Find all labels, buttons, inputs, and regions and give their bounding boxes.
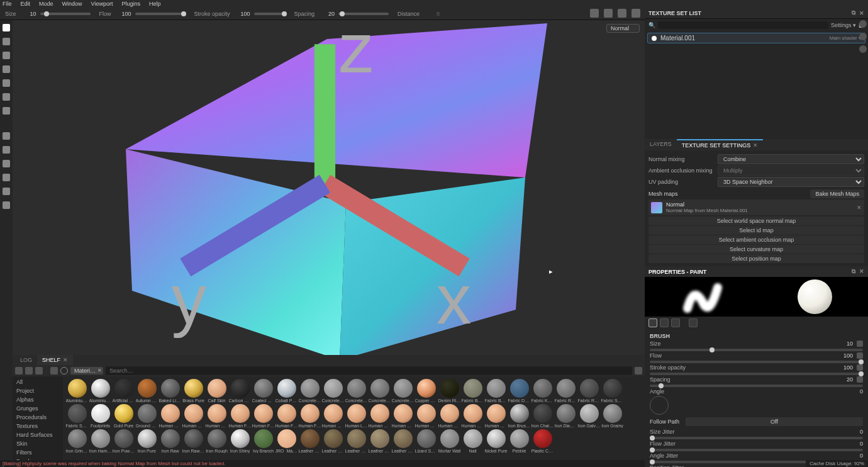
shelf-category-filters[interactable]: Filters: [15, 448, 60, 457]
selection-icon[interactable]: [3, 146, 10, 154]
smudge-tool-icon[interactable]: [3, 79, 10, 87]
menu-plugins[interactable]: Plugins: [121, 1, 140, 7]
material-item[interactable]: Brass Pure: [182, 379, 205, 403]
mirror-icon[interactable]: [3, 160, 10, 167]
material-item[interactable]: Human Mo…: [391, 404, 415, 428]
material-item[interactable]: Leather Me…: [345, 429, 368, 453]
material-item[interactable]: Coated Metal: [252, 379, 275, 403]
stroke-opacity-slider[interactable]: [254, 13, 286, 15]
material-item[interactable]: Human Shi…: [461, 404, 484, 428]
stroke-opacity-value[interactable]: 100: [233, 11, 250, 17]
material-item[interactable]: Concrete Cl…: [321, 379, 345, 403]
crosshair-icon[interactable]: [35, 367, 43, 374]
material-item[interactable]: Iron Brushed: [508, 404, 531, 428]
material-item[interactable]: Human Fe…: [252, 404, 275, 428]
material-item[interactable]: Iron Shiny: [228, 429, 252, 453]
material-item[interactable]: Concrete B…: [298, 379, 321, 403]
material-item[interactable]: Copper Pure: [415, 379, 438, 403]
close-icon[interactable]: ✕: [753, 142, 758, 149]
material-item[interactable]: Baked Light…: [159, 379, 182, 403]
material-item[interactable]: Fabric Deni…: [508, 379, 531, 403]
perspective-icon[interactable]: [590, 9, 599, 18]
shelf-category-hard-surfaces[interactable]: Hard Surfaces: [15, 430, 60, 439]
color-icon[interactable]: [3, 201, 10, 209]
material-item[interactable]: Denim Rivet: [438, 379, 461, 403]
material-item[interactable]: Leather bag: [298, 429, 321, 453]
material-item[interactable]: Aluminium …: [65, 379, 89, 403]
flow-slider[interactable]: [135, 13, 186, 15]
texture-set-search[interactable]: [658, 21, 828, 29]
mesh-map-select-button[interactable]: Select curvature map: [648, 245, 864, 254]
link-icon[interactable]: [859, 45, 867, 53]
material-item[interactable]: Fabric Soft …: [601, 379, 624, 403]
stencil-mode-icon[interactable]: [671, 318, 680, 327]
grid-view-icon[interactable]: [635, 367, 642, 374]
material-item[interactable]: Human Fac…: [228, 404, 252, 428]
mesh-map-select-button[interactable]: Select id map: [648, 226, 864, 235]
help-icon[interactable]: [859, 20, 867, 28]
normal-mixing-select[interactable]: Combine: [718, 154, 864, 164]
mesh-map-select-button[interactable]: Select ambient occlusion map: [648, 235, 864, 244]
generator-icon[interactable]: [3, 188, 10, 195]
material-item[interactable]: Calf Skin: [205, 379, 228, 403]
clone-tool-icon[interactable]: [3, 93, 10, 101]
material-item[interactable]: Gold Pure: [112, 404, 135, 428]
flow-value[interactable]: 100: [114, 11, 131, 17]
shelf-category-skin[interactable]: Skin: [15, 439, 60, 448]
material-item[interactable]: Nickel Pure: [484, 429, 508, 453]
tab-log[interactable]: LOG: [15, 355, 37, 365]
material-item[interactable]: Iron Grainy: [601, 404, 624, 428]
brush-mode-icon[interactable]: [648, 318, 657, 327]
material-item[interactable]: Carbon Fiber: [228, 379, 252, 403]
refresh-icon[interactable]: [859, 33, 867, 40]
material-item[interactable]: Iron Chain…: [531, 404, 554, 428]
material-item[interactable]: Aluminium …: [89, 379, 112, 403]
shelf-category-procedurals[interactable]: Procedurals: [15, 413, 60, 422]
material-item[interactable]: Human Ne…: [415, 404, 438, 428]
axis-gizmo[interactable]: z x y: [13, 20, 641, 351]
texture-set-settings-dropdown[interactable]: Settings ▾: [831, 22, 856, 28]
material-item[interactable]: Fabric Bam…: [461, 379, 484, 403]
material-item[interactable]: Ground Gra…: [135, 404, 159, 428]
material-item[interactable]: Fabric Base…: [484, 379, 508, 403]
camera-icon[interactable]: [604, 9, 613, 18]
material-item[interactable]: Mortar Wall: [438, 429, 461, 453]
link-icon[interactable]: [857, 364, 863, 371]
material-item[interactable]: JRO_Maske…: [275, 429, 298, 453]
menu-file[interactable]: File: [3, 1, 12, 7]
misc-mode-icon[interactable]: [689, 318, 698, 327]
projection-tool-icon[interactable]: [3, 52, 10, 59]
ao-mixing-select[interactable]: Multiply: [718, 166, 864, 176]
material-item[interactable]: Concrete Si…: [368, 379, 391, 403]
search-icon[interactable]: 🔍: [648, 22, 655, 28]
size-value[interactable]: 10: [19, 11, 36, 17]
fill-tool-icon[interactable]: [3, 65, 10, 73]
spacing-value[interactable]: 20: [317, 11, 335, 17]
close-icon[interactable]: ✕: [63, 357, 68, 363]
material-item[interactable]: Artificial Lea…: [112, 379, 135, 403]
material-item[interactable]: Fabric Suit …: [65, 404, 89, 428]
material-item[interactable]: Human No…: [438, 404, 461, 428]
tab-layers[interactable]: LAYERS: [645, 139, 677, 150]
material-item[interactable]: Leather Big …: [321, 429, 345, 453]
shelf-category-alphas[interactable]: Alphas: [15, 395, 60, 404]
chip-remove-icon[interactable]: ✕: [97, 368, 102, 373]
material-item[interactable]: Human Bell…: [182, 404, 205, 428]
material-item[interactable]: Leather Ro…: [368, 429, 391, 453]
material-item[interactable]: Iron Raw: [159, 429, 182, 453]
material-item[interactable]: Iron Hamm…: [89, 429, 112, 453]
menu-window[interactable]: Window: [62, 1, 82, 7]
mesh-map-select-button[interactable]: Select position map: [648, 254, 864, 263]
link-icon[interactable]: [857, 376, 863, 383]
folder-icon[interactable]: [15, 367, 23, 374]
material-item[interactable]: Concrete D…: [345, 379, 368, 403]
alpha-mode-icon[interactable]: [660, 318, 669, 327]
texture-set-item[interactable]: Material.001 Main shader ▾: [647, 33, 865, 43]
material-item[interactable]: Human Eye…: [205, 404, 228, 428]
material-item[interactable]: Iron Raw D…: [182, 429, 205, 453]
picker-tool-icon[interactable]: [3, 107, 10, 115]
panel-undock-icon[interactable]: ⧉: [852, 268, 855, 275]
uv-padding-select[interactable]: 3D Space Neighbor: [718, 177, 864, 187]
material-item[interactable]: Iron Powde…: [112, 429, 135, 453]
material-item[interactable]: Human For…: [298, 404, 321, 428]
